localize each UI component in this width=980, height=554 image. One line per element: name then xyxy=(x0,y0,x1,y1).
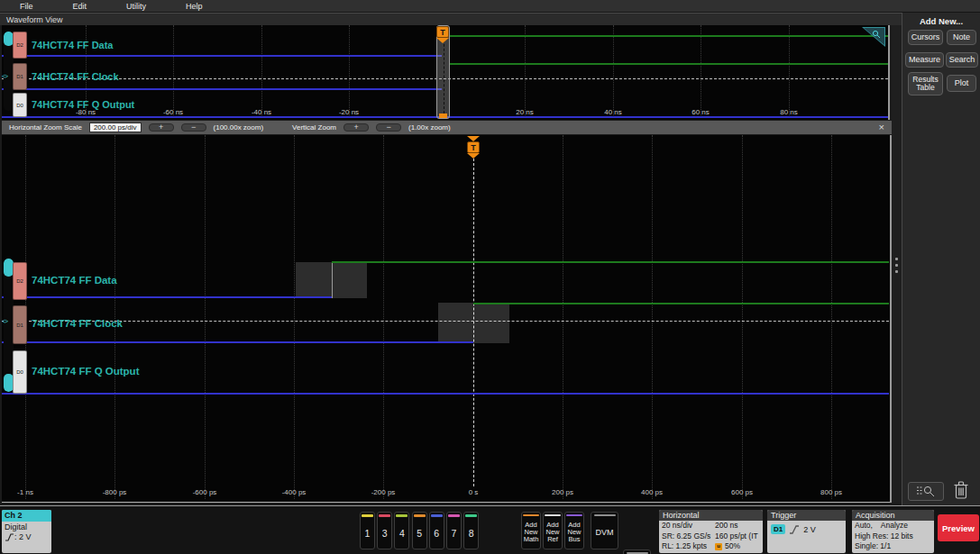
gridline xyxy=(205,135,206,499)
corner-zoom-flag-icon[interactable] xyxy=(862,27,885,47)
dvm-button[interactable]: DVM xyxy=(591,512,618,549)
channel-button-7[interactable]: 7 xyxy=(446,512,462,549)
zoom-window-bottom-marker xyxy=(439,114,447,118)
channel-button-1[interactable]: 1 xyxy=(360,512,375,549)
trigger-slope-icon xyxy=(789,525,800,534)
trigger-position-badge[interactable]: T xyxy=(436,26,449,38)
gridline xyxy=(261,25,262,115)
add-new-sidebar: Add New... Cursors Note Measure Search R… xyxy=(902,13,980,505)
axis-tick: -60 ns xyxy=(163,108,183,116)
data-low-line xyxy=(2,296,332,298)
zoom-close-icon[interactable]: × xyxy=(879,123,884,132)
menu-utility[interactable]: Utility xyxy=(126,2,146,11)
menu-help[interactable]: Help xyxy=(186,2,203,11)
splitter-grip-dot xyxy=(895,258,898,260)
menu-file[interactable]: File xyxy=(20,2,33,11)
channel-badge-d2[interactable]: D2 xyxy=(13,262,27,300)
waveform-view-tab[interactable]: Waveform View xyxy=(0,13,902,25)
gridline xyxy=(831,135,832,499)
axis-tick: 60 ns xyxy=(691,108,710,116)
channel-button-8[interactable]: 8 xyxy=(463,512,479,549)
channel-badge-d1[interactable]: D1 xyxy=(13,63,27,90)
channel2-type: Digital xyxy=(5,522,51,532)
overview-waveform-panel[interactable]: -80 ns -60 ns -40 ns -20 ns 20 ns 40 ns … xyxy=(2,25,890,120)
measure-button[interactable]: Measure xyxy=(905,52,944,68)
h-record-length: RL: 1.25 kpts xyxy=(662,541,715,552)
axis-tick: 800 ps xyxy=(820,488,842,496)
vzoom-decrease-button[interactable]: − xyxy=(376,123,401,132)
trigger-marker-badge[interactable]: T xyxy=(467,141,480,153)
trigger-source-badge: D1 xyxy=(771,524,785,534)
channel-badge-d0[interactable]: D0 xyxy=(13,93,27,117)
gridline xyxy=(742,135,743,499)
axis-tick: -1 ns xyxy=(17,488,33,496)
horizontal-panel-title: Horizontal xyxy=(659,510,763,521)
gridline xyxy=(563,135,563,499)
clock-low-line xyxy=(2,88,442,90)
channel-button-3[interactable]: 3 xyxy=(377,512,392,549)
horizontal-settings-panel[interactable]: Horizontal 20 ns/div200 ns SR: 6.25 GS/s… xyxy=(659,510,763,553)
afg-button[interactable]: AFG xyxy=(623,549,651,554)
gridline xyxy=(114,135,115,499)
channel-button-label: 5 xyxy=(417,517,422,549)
cursors-button[interactable]: Cursors xyxy=(908,30,943,45)
channel-badge-d0[interactable]: D0 xyxy=(13,350,27,394)
trigger-badge-pointer xyxy=(436,38,449,43)
axis-tick: -800 ps xyxy=(103,488,127,496)
gridline xyxy=(294,135,295,499)
channel-button-6[interactable]: 6 xyxy=(429,512,444,549)
results-table-button[interactable]: Results Table xyxy=(908,72,943,95)
trigger-settings-panel[interactable]: Trigger D1 2 V xyxy=(767,510,846,553)
channel-button-label: 3 xyxy=(382,517,388,549)
gridline xyxy=(349,25,350,115)
zoom-overview-button[interactable] xyxy=(908,482,944,501)
acquisition-settings-panel[interactable]: Acquisition Auto, Analyze High Res: 12 b… xyxy=(852,510,934,553)
note-button[interactable]: Note xyxy=(947,30,976,45)
add-button-label: Add New Ref xyxy=(545,516,559,549)
menu-bar: File Edit Utility Help xyxy=(0,0,980,13)
vzoom-factor-readout: (1.00x zoom) xyxy=(408,123,451,132)
axis-tick: 40 ns xyxy=(604,108,622,116)
delay-icon: u xyxy=(715,543,722,550)
add-new-bus-button[interactable]: Add New Bus xyxy=(564,512,584,549)
clock-low-line xyxy=(2,341,473,343)
gridline xyxy=(652,135,653,499)
vzoom-increase-button[interactable]: + xyxy=(343,123,369,132)
menu-edit[interactable]: Edit xyxy=(73,2,87,11)
gridline xyxy=(173,25,174,115)
search-button[interactable]: Search xyxy=(946,52,978,68)
data-high-line xyxy=(332,261,889,263)
preview-button[interactable]: Preview xyxy=(938,514,979,541)
plot-button[interactable]: Plot xyxy=(947,75,976,92)
oscilloscope-app: File Edit Utility Help Waveform View -80… xyxy=(0,0,980,554)
axis-tick: -40 ns xyxy=(252,108,271,116)
channel-button-4[interactable]: 4 xyxy=(394,512,409,549)
channel-label-d1: 74HCT74 FF Clock xyxy=(32,71,119,82)
clock-transition-uncertainty-box xyxy=(438,303,509,343)
vertical-zoom-label: Vertical Zoom xyxy=(292,123,336,132)
add-new-math-button[interactable]: Add New Math xyxy=(521,512,541,549)
hzoom-increase-button[interactable]: + xyxy=(149,123,174,132)
axis-tick: 400 ps xyxy=(641,488,663,496)
acq-mode: Auto, Analyze xyxy=(852,521,934,531)
magnifier-glyph xyxy=(872,30,881,39)
hzoom-decrease-button[interactable]: − xyxy=(181,123,206,132)
hzoom-factor-readout: (100.00x zoom) xyxy=(214,123,264,132)
axis-tick: 80 ns xyxy=(780,108,798,116)
waveform-view-tab-label: Waveform View xyxy=(0,15,63,24)
channel-button-label: 1 xyxy=(365,517,371,549)
gridline xyxy=(789,25,790,115)
add-new-ref-button[interactable]: Add New Ref xyxy=(543,512,563,549)
channel2-badge[interactable]: Ch 2 Digital : 2 V xyxy=(2,510,51,553)
channel-badge-d1[interactable]: D1 xyxy=(13,305,27,344)
trigger-marker-pointer xyxy=(467,153,480,159)
horizontal-zoom-scale-value[interactable]: 200.00 ps/div xyxy=(89,123,142,132)
trigger-panel-title: Trigger xyxy=(767,510,846,521)
add-buttons-row: Add New Math Add New Ref Add New Bus xyxy=(521,512,584,549)
panel-splitter[interactable] xyxy=(892,25,902,503)
channel-badge-d2[interactable]: D2 xyxy=(13,32,27,59)
add-button-label: Add New Bus xyxy=(567,516,581,549)
channel-button-5[interactable]: 5 xyxy=(412,512,427,549)
delete-button[interactable] xyxy=(949,478,973,503)
zoom-waveform-panel[interactable]: T <> D2 74HCT74 FF Data D1 74HCT74 FF Cl… xyxy=(2,135,892,503)
